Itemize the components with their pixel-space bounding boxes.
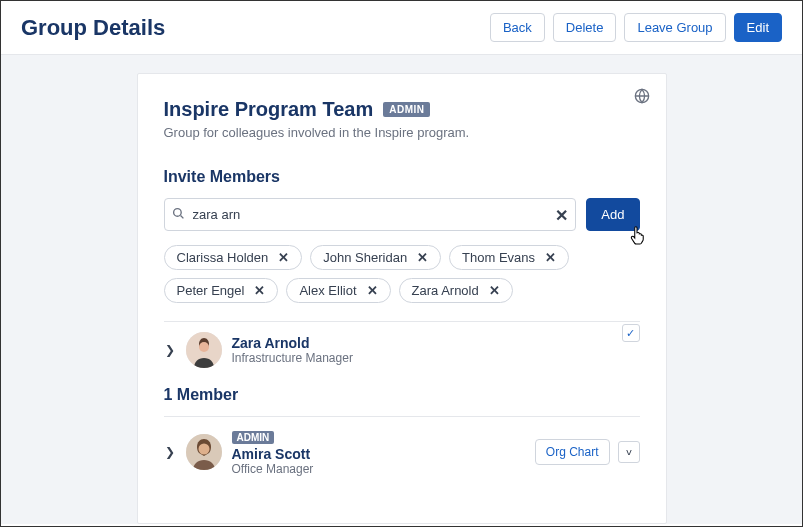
member-name: Zara Arnold	[232, 335, 640, 351]
header-actions: Back Delete Leave Group Edit	[490, 13, 782, 42]
svg-point-3	[199, 342, 209, 352]
chip: Clarissa Holden✕	[164, 245, 303, 270]
chip: Peter Engel✕	[164, 278, 279, 303]
chip-label: Alex Elliot	[299, 283, 356, 298]
back-button[interactable]: Back	[490, 13, 545, 42]
expand-caret-icon[interactable]: ❯	[164, 343, 176, 357]
member-row: ❯ ADMIN Amira Scott Office Manager Org C…	[164, 417, 640, 486]
globe-icon	[634, 88, 650, 108]
member-info: Zara Arnold Infrastructure Manager	[232, 335, 640, 365]
content-area: Inspire Program Team ADMIN Group for col…	[1, 55, 802, 524]
group-description: Group for colleagues involved in the Ins…	[164, 125, 640, 140]
chevron-down-icon: ⅴ	[626, 446, 632, 457]
member-search-input[interactable]	[164, 198, 577, 231]
expand-caret-icon[interactable]: ❯	[164, 445, 176, 459]
svg-point-5	[198, 443, 209, 454]
chip-label: John Sheridan	[323, 250, 407, 265]
delete-button[interactable]: Delete	[553, 13, 617, 42]
chip: Zara Arnold✕	[399, 278, 513, 303]
leave-group-button[interactable]: Leave Group	[624, 13, 725, 42]
member-row-actions: Org Chart ⅴ	[535, 439, 640, 465]
chip-remove-icon[interactable]: ✕	[278, 250, 289, 265]
member-role: Infrastructure Manager	[232, 351, 640, 365]
chip-label: Clarissa Holden	[177, 250, 269, 265]
edit-button[interactable]: Edit	[734, 13, 782, 42]
header-bar: Group Details Back Delete Leave Group Ed…	[1, 1, 802, 55]
chip-label: Zara Arnold	[412, 283, 479, 298]
page-title: Group Details	[21, 15, 165, 41]
chip-remove-icon[interactable]: ✕	[367, 283, 378, 298]
org-chart-button[interactable]: Org Chart	[535, 439, 610, 465]
chip: Alex Elliot✕	[286, 278, 390, 303]
group-header: Inspire Program Team ADMIN	[164, 98, 640, 121]
avatar	[186, 434, 222, 470]
chip-label: Peter Engel	[177, 283, 245, 298]
selected-check-icon[interactable]: ✓	[622, 324, 640, 342]
invite-search-row: ✕ Add	[164, 198, 640, 231]
chip: John Sheridan✕	[310, 245, 441, 270]
member-info: ADMIN Amira Scott Office Manager	[232, 427, 525, 476]
group-card: Inspire Program Team ADMIN Group for col…	[137, 73, 667, 524]
member-name: Amira Scott	[232, 446, 525, 462]
chip: Thom Evans✕	[449, 245, 569, 270]
member-role: Office Manager	[232, 462, 525, 476]
search-result-row: ❯ Zara Arnold Infrastructure Manager ✓	[164, 322, 640, 378]
add-button[interactable]: Add	[586, 198, 639, 231]
group-name: Inspire Program Team	[164, 98, 374, 121]
clear-search-icon[interactable]: ✕	[555, 205, 568, 224]
member-count-title: 1 Member	[164, 386, 640, 404]
chip-remove-icon[interactable]: ✕	[254, 283, 265, 298]
member-menu-dropdown[interactable]: ⅴ	[618, 441, 640, 463]
chip-remove-icon[interactable]: ✕	[489, 283, 500, 298]
member-admin-badge: ADMIN	[232, 431, 275, 444]
admin-badge: ADMIN	[383, 102, 430, 117]
invite-section-title: Invite Members	[164, 168, 640, 186]
chip-remove-icon[interactable]: ✕	[545, 250, 556, 265]
chip-label: Thom Evans	[462, 250, 535, 265]
chip-remove-icon[interactable]: ✕	[417, 250, 428, 265]
avatar	[186, 332, 222, 368]
search-wrapper: ✕	[164, 198, 577, 231]
selected-chips: Clarissa Holden✕ John Sheridan✕ Thom Eva…	[164, 245, 640, 303]
